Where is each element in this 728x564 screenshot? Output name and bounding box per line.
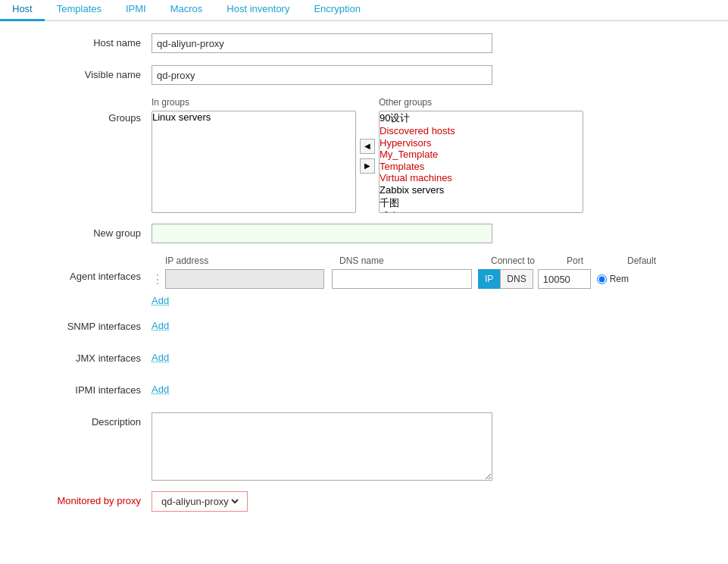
proxy-section: qd-aliyun-proxy (no proxy) — [152, 491, 248, 512]
default-radio-input[interactable] — [597, 274, 607, 284]
groups-wrapper: In groups Linux servers ◀ ▶ Other groups… — [152, 97, 583, 213]
other-group-item[interactable]: My_Template — [380, 149, 583, 161]
hostname-row: Host name — [0, 33, 728, 55]
in-groups-section: In groups Linux servers — [152, 97, 356, 213]
tab-bar: Host Templates IPMI Macros Host inventor… — [0, 0, 728, 21]
ipmi-iface-label: IPMI interfaces — [0, 381, 152, 396]
iface-dns-header: DNS name — [339, 255, 491, 266]
iface-port-header: Port — [567, 255, 627, 266]
description-textarea[interactable] — [152, 412, 492, 481]
iface-ip-header: IP address — [165, 255, 339, 266]
visible-name-row: Visible name — [0, 65, 728, 86]
jmx-add-link[interactable]: Add — [152, 352, 169, 363]
monitored-by-label: Monitored by proxy — [0, 491, 152, 506]
visible-name-input[interactable] — [152, 65, 492, 85]
in-groups-list[interactable]: Linux servers — [152, 111, 356, 213]
snmp-label: SNMP interfaces — [0, 317, 152, 332]
proxy-select[interactable]: qd-aliyun-proxy (no proxy) — [158, 495, 241, 508]
connect-dns-button[interactable]: DNS — [500, 269, 533, 289]
description-label: Description — [0, 412, 152, 428]
move-left-button[interactable]: ◀ — [360, 139, 375, 154]
group-arrows: ◀ ▶ — [356, 97, 379, 199]
interfaces-header: IP address DNS name Connect to Port Defa… — [152, 255, 688, 266]
default-radio-label: Rem — [610, 274, 629, 284]
iface-dns-input[interactable] — [332, 269, 472, 289]
default-radio: Rem — [597, 274, 629, 284]
agent-interface-row: ⋮ IP DNS Rem — [152, 269, 629, 289]
other-group-item[interactable]: Virtual machines — [380, 172, 583, 184]
groups-label: Groups — [0, 97, 152, 124]
connect-ip-button[interactable]: IP — [478, 269, 500, 289]
visible-name-label: Visible name — [0, 65, 152, 80]
other-group-item[interactable]: Zabbix servers — [380, 184, 583, 196]
tab-macros[interactable]: Macros — [158, 0, 215, 21]
new-group-row: New group — [0, 224, 728, 245]
tab-host[interactable]: Host — [0, 0, 45, 21]
snmp-interfaces-row: SNMP interfaces Add — [0, 317, 728, 338]
ipmi-add-link[interactable]: Add — [152, 384, 169, 395]
drag-handle-icon[interactable]: ⋮ — [152, 272, 162, 287]
other-group-item[interactable]: Templates — [380, 161, 583, 173]
snmp-add-link[interactable]: Add — [152, 320, 169, 331]
port-input[interactable] — [538, 269, 591, 289]
move-right-button[interactable]: ▶ — [360, 158, 375, 174]
iface-default-header: Default — [627, 255, 688, 266]
ipmi-interfaces-row: IPMI interfaces Add — [0, 381, 728, 402]
other-group-item[interactable]: Discovered hosts — [380, 125, 583, 137]
in-group-item[interactable]: Linux servers — [152, 111, 355, 124]
host-form: Host name Visible name Groups In groups … — [0, 21, 728, 535]
iface-connect-header: Connect to — [491, 255, 567, 266]
monitored-by-row: Monitored by proxy qd-aliyun-proxy (no p… — [0, 491, 728, 512]
new-group-input[interactable] — [152, 224, 492, 243]
tab-templates[interactable]: Templates — [45, 0, 114, 21]
agent-interfaces-label: Agent interfaces — [0, 255, 152, 282]
in-groups-label: In groups — [152, 97, 356, 108]
jmx-label: JMX interfaces — [0, 349, 152, 364]
description-row: Description — [0, 412, 728, 481]
hostname-label: Host name — [0, 33, 152, 49]
groups-row: Groups In groups Linux servers ◀ ▶ Other… — [0, 97, 728, 213]
other-groups-section: Other groups 90设计 Discovered hosts Hyper… — [379, 97, 583, 213]
jmx-interfaces-row: JMX interfaces Add — [0, 349, 728, 370]
hostname-input[interactable] — [152, 33, 492, 53]
tab-ipmi[interactable]: IPMI — [114, 0, 158, 21]
other-group-item[interactable]: Hypervisors — [380, 137, 583, 149]
tab-encryption[interactable]: Encryption — [302, 0, 372, 21]
iface-ip-input[interactable] — [165, 269, 324, 289]
agent-add-link[interactable]: Add — [152, 295, 169, 306]
other-group-item[interactable]: 千库 — [380, 210, 583, 213]
agent-interfaces-row: Agent interfaces IP address DNS name Con… — [0, 255, 728, 306]
other-groups-label: Other groups — [379, 97, 583, 108]
other-group-item[interactable]: 90设计 — [380, 111, 583, 125]
other-groups-list[interactable]: 90设计 Discovered hosts Hypervisors My_Tem… — [379, 111, 583, 213]
tab-host-inventory[interactable]: Host inventory — [214, 0, 302, 21]
other-group-item[interactable]: 千图 — [380, 196, 583, 210]
new-group-label: New group — [0, 224, 152, 239]
